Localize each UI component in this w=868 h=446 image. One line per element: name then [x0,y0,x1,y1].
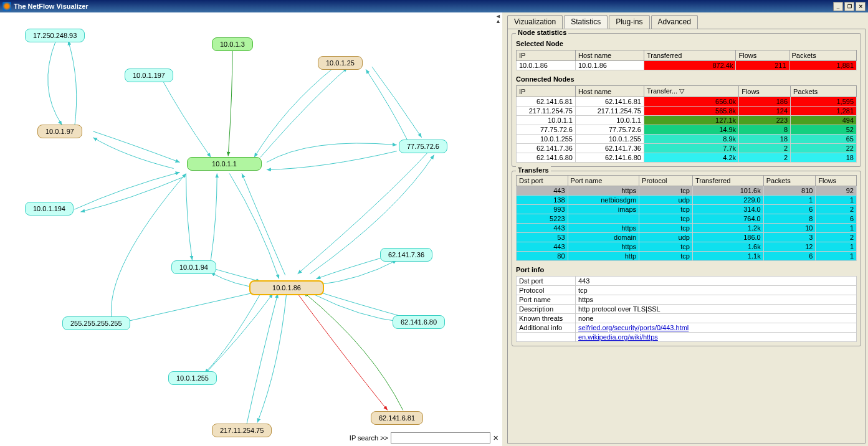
node-17-250-248-93[interactable]: 17.250.248.93 [25,29,85,42]
table-row[interactable]: 80httptcp1.1k61 [517,252,857,261]
transfers-section: Transfers Dst port Port name Protocol Tr… [512,171,861,346]
transfers-table: Dst port Port name Protocol Transferred … [516,175,857,261]
table-row[interactable]: 217.11.254.75217.11.254.75565.8k1241,281 [517,107,857,116]
port-info-link[interactable]: seifried.org/security/ports/0/443.html [578,324,689,331]
node-62-141-6-80[interactable]: 62.141.6.80 [393,315,445,329]
selected-node-table: IP Host name Transferred Flows Packets 1… [516,50,857,70]
table-row[interactable]: 53domainudp186.032 [517,233,857,242]
close-button[interactable]: ✕ [856,2,866,11]
ip-search-input[interactable] [391,432,490,444]
col-flows[interactable]: Flows [736,50,789,61]
table-row[interactable]: 443httpstcp1.2k101 [517,224,857,233]
stats-panel: Vizualization Statistics Plug-ins Advanc… [505,12,868,446]
port-info-table: Dst port443 Protocoltcp Port namehttps D… [516,276,857,342]
table-row[interactable]: 10.0.1.110.0.1.1127.1k223494 [517,116,857,125]
port-info-link[interactable]: en.wikipedia.org/wiki/https [578,333,658,341]
node-10-0-1-86-selected[interactable]: 10.0.1.86 [249,280,324,295]
table-row[interactable]: 77.75.72.677.75.72.614.9k852 [517,125,857,135]
node-10-0-1-1[interactable]: 10.0.1.1 [187,157,262,171]
table-row[interactable]: 443httpstcp1.6k121 [517,242,857,252]
connected-nodes-title: Connected Nodes [516,75,857,83]
connected-nodes-table: IP Host name Transfer... ▽ Flows Packets… [516,85,857,163]
main-content: 17.250.248.93 10.0.1.197 10.0.1.3 10.0.1… [0,12,868,446]
col-packets[interactable]: Packets [789,50,857,61]
ip-search-label: IP search >> [350,434,388,442]
tab-statistics[interactable]: Statistics [564,15,608,29]
table-header-row: IP Host name Transferred Flows Packets [517,50,857,61]
maximize-button[interactable]: ❐ [844,2,854,11]
table-row[interactable]: 993imapstcp314.062 [517,205,857,214]
col-ip[interactable]: IP [517,86,576,97]
tab-plugins[interactable]: Plug-ins [609,15,649,29]
table-row[interactable]: 5223tcp764.086 [517,214,857,224]
node-10-0-1-194[interactable]: 10.0.1.194 [25,202,74,216]
graph-controls[interactable]: ◄▲ [495,14,501,24]
ip-search-bar: IP search >> ✕ [350,432,498,444]
window-title: The NetFlow Visualizer [14,2,88,10]
node-62-141-6-81[interactable]: 62.141.6.81 [371,411,423,425]
selected-node-title: Selected Node [516,40,857,47]
node-10-0-1-25[interactable]: 10.0.1.25 [318,56,363,70]
edge-layer [0,12,502,446]
table-row[interactable]: 443httpstcp101.6k81092 [517,186,857,196]
node-10-0-1-94[interactable]: 10.0.1.94 [171,260,216,274]
node-statistics-title: Node statistics [516,29,568,36]
col-flows[interactable]: Flows [816,176,857,186]
table-row[interactable]: 62.141.6.8162.141.6.81656.0k1861,595 [517,97,857,107]
col-host[interactable]: Host name [576,86,644,97]
col-packets[interactable]: Packets [763,176,816,186]
tab-bar: Vizualization Statistics Plug-ins Advanc… [507,15,866,29]
table-row[interactable]: 10.0.1.86 10.0.1.86 872.4k 211 1,881 [517,61,857,70]
tab-vizualization[interactable]: Vizualization [507,15,563,29]
table-header-row: IP Host name Transfer... ▽ Flows Packets [517,86,857,97]
table-row[interactable]: 10.0.1.25510.0.1.2558.9k1865 [517,135,857,144]
graph-canvas[interactable]: 17.250.248.93 10.0.1.197 10.0.1.3 10.0.1… [0,12,505,446]
col-transfer[interactable]: Transfer... ▽ [644,86,739,97]
java-icon [2,2,11,11]
table-row[interactable]: 62.141.6.8062.141.6.804.2k218 [517,153,857,163]
node-62-141-7-36[interactable]: 62.141.7.36 [380,248,432,262]
node-statistics-section: Node statistics Selected Node IP Host na… [512,33,861,167]
minimize-button[interactable]: _ [833,2,843,11]
node-10-0-1-255[interactable]: 10.0.1.255 [168,371,217,385]
col-transferred[interactable]: Transferred [692,176,763,186]
tab-advanced[interactable]: Advanced [651,15,698,29]
node-255-255-255-255[interactable]: 255.255.255.255 [62,316,130,330]
node-77-75-72-6[interactable]: 77.75.72.6 [399,140,447,153]
col-host[interactable]: Host name [576,50,644,61]
col-transferred[interactable]: Transferred [644,50,736,61]
table-header-row: Dst port Port name Protocol Transferred … [517,176,857,186]
transfers-title: Transfers [516,166,551,174]
col-dst-port[interactable]: Dst port [517,176,568,186]
col-ip[interactable]: IP [517,50,576,61]
col-packets[interactable]: Packets [791,86,857,97]
port-info-title: Port info [516,266,857,273]
col-port-name[interactable]: Port name [568,176,639,186]
node-10-0-1-197[interactable]: 10.0.1.197 [125,69,173,82]
col-protocol[interactable]: Protocol [639,176,693,186]
title-bar: The NetFlow Visualizer _ ❐ ✕ [0,0,868,12]
table-row[interactable]: 138netbiosdgmudp229.011 [517,196,857,205]
col-flows[interactable]: Flows [739,86,791,97]
node-10-0-1-3[interactable]: 10.0.1.3 [212,37,253,51]
ip-search-clear-icon[interactable]: ✕ [493,434,498,442]
node-10-0-1-97[interactable]: 10.0.1.97 [37,125,82,138]
table-row[interactable]: 62.141.7.3662.141.7.367.7k222 [517,144,857,153]
node-217-11-254-75[interactable]: 217.11.254.75 [212,424,272,437]
statistics-body: Node statistics Selected Node IP Host na… [507,29,866,444]
